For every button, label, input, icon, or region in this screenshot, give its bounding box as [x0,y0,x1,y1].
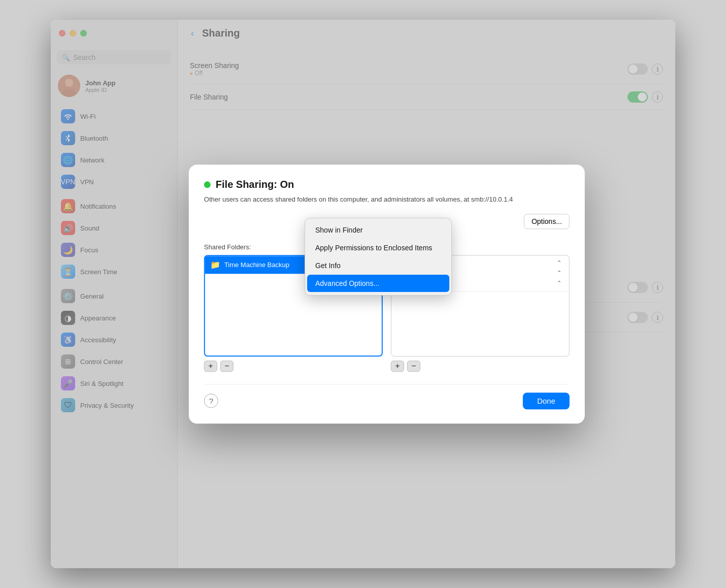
modal-footer: ? Done [204,384,570,409]
stepper-mid[interactable]: ⌃ [555,269,564,278]
add-user-button[interactable]: + [391,361,404,372]
user-buttons: + − [391,361,570,372]
stepper-controls: ⌃ ⌃ ⌃ [555,258,564,288]
modal-header: File Sharing: On [204,179,570,190]
modal-title: File Sharing: On [216,179,294,190]
folder-name-tmb: Time Machine Backup [224,261,289,269]
remove-folder-button[interactable]: − [220,361,234,372]
main-window: 🔍 John App Apple ID Wi-Fi [51,20,675,568]
context-menu-item-advanced-options[interactable]: Advanced Options... [307,275,449,292]
options-button[interactable]: Options... [524,214,570,229]
context-menu-item-get-info[interactable]: Get Info [307,257,449,274]
context-menu: Show in Finder Apply Permissions to Encl… [305,218,452,296]
help-button[interactable]: ? [204,394,218,408]
context-menu-item-show-finder[interactable]: Show in Finder [307,221,449,239]
add-folder-button[interactable]: + [204,361,217,372]
modal-description: Other users can access shared folders on… [204,194,570,205]
folder-icon-tmb: 📁 [210,260,220,270]
stepper-up[interactable]: ⌃ [555,258,564,268]
folder-buttons: + − [204,361,383,372]
context-menu-item-apply-perms[interactable]: Apply Permissions to Enclosed Items [307,239,449,256]
done-button[interactable]: Done [523,393,570,409]
stepper-down[interactable]: ⌃ [555,279,564,288]
remove-user-button[interactable]: − [407,361,420,372]
file-sharing-status-dot [204,181,211,188]
